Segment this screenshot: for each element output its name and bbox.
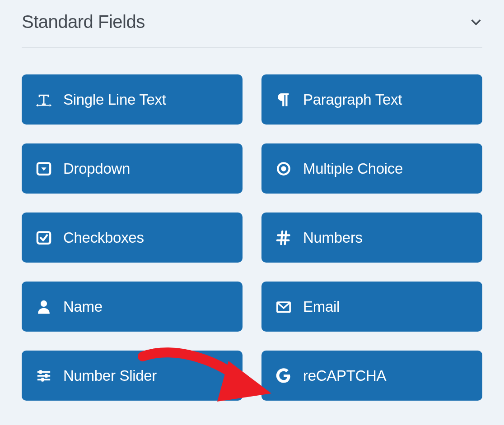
name-field-button[interactable]: Name	[22, 282, 243, 332]
field-label: Single Line Text	[63, 91, 166, 108]
email-field-button[interactable]: Email	[261, 282, 482, 332]
number-slider-field-button[interactable]: Number Slider	[22, 351, 243, 401]
svg-rect-15	[41, 378, 44, 382]
svg-rect-0	[38, 105, 50, 106]
svg-rect-13	[45, 374, 48, 378]
recaptcha-field-button[interactable]: reCAPTCHA	[261, 351, 482, 401]
svg-point-6	[281, 166, 286, 171]
chevron-down-icon	[470, 16, 482, 28]
user-icon	[36, 299, 51, 314]
field-label: Paragraph Text	[303, 91, 402, 108]
standard-fields-panel: Standard Fields Single Line Text Paragra…	[0, 0, 504, 422]
svg-rect-7	[37, 232, 50, 244]
svg-marker-1	[50, 104, 51, 106]
paragraph-icon	[276, 92, 291, 107]
svg-marker-4	[41, 167, 46, 171]
fields-grid: Single Line Text Paragraph Text Dropdown…	[22, 74, 482, 401]
field-label: Email	[303, 298, 340, 315]
dropdown-field-button[interactable]: Dropdown	[22, 143, 243, 194]
dropdown-icon	[36, 161, 51, 176]
paragraph-text-field-button[interactable]: Paragraph Text	[261, 74, 482, 125]
field-label: Multiple Choice	[303, 160, 403, 177]
single-line-text-field-button[interactable]: Single Line Text	[22, 74, 243, 125]
section-header[interactable]: Standard Fields	[22, 8, 482, 48]
svg-point-8	[41, 300, 47, 306]
envelope-icon	[276, 299, 291, 314]
google-icon	[276, 368, 291, 383]
svg-rect-11	[39, 370, 42, 374]
section-title: Standard Fields	[22, 12, 145, 32]
hash-icon	[276, 230, 291, 245]
field-label: Dropdown	[63, 160, 130, 177]
multiple-choice-field-button[interactable]: Multiple Choice	[261, 143, 482, 194]
svg-marker-2	[36, 104, 38, 106]
field-label: reCAPTCHA	[303, 367, 386, 384]
checkboxes-field-button[interactable]: Checkboxes	[22, 212, 243, 263]
numbers-field-button[interactable]: Numbers	[261, 212, 482, 263]
sliders-icon	[36, 368, 51, 383]
checkbox-icon	[36, 230, 51, 245]
radio-icon	[276, 161, 291, 176]
field-label: Numbers	[303, 229, 363, 246]
text-icon	[36, 92, 51, 107]
field-label: Checkboxes	[63, 229, 144, 246]
field-label: Name	[63, 298, 103, 315]
field-label: Number Slider	[63, 367, 157, 384]
